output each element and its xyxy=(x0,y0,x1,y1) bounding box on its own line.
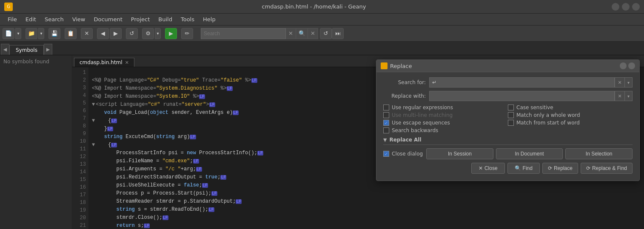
search-for-input[interactable] xyxy=(429,77,615,88)
search-next-button[interactable]: ⏭ xyxy=(332,28,344,39)
search-back-row[interactable]: Search backwards xyxy=(383,127,508,133)
menu-view[interactable]: View xyxy=(68,15,90,24)
close-file-button[interactable]: ✕ xyxy=(81,28,93,39)
sidebar-tab-next[interactable]: ▶ xyxy=(44,44,52,55)
close-button[interactable]: ✕ Close xyxy=(471,163,505,174)
use-regex-checkbox[interactable] xyxy=(383,105,389,110)
case-sensitive-row[interactable]: Case sensitive xyxy=(508,105,633,110)
menu-file[interactable]: File xyxy=(3,15,21,24)
menu-project[interactable]: Project xyxy=(127,15,154,24)
bottom-row: ✓ Close dialog In Session In Document In… xyxy=(383,144,633,159)
replace-all-triangle-icon: ▼ xyxy=(383,137,387,143)
sidebar-tab-prev[interactable]: ◀ xyxy=(1,44,9,55)
line-num-13: 13 xyxy=(72,161,88,168)
line-num-5: 5 xyxy=(72,99,88,107)
replace-with-clear-button[interactable]: ✕ xyxy=(615,91,625,101)
dialog-title-left: Replace xyxy=(381,62,412,69)
session-buttons: In Session In Document In Selection xyxy=(426,148,633,159)
search-go-button[interactable]: 🔍 xyxy=(296,28,308,39)
multi-line-checkbox[interactable] xyxy=(383,112,389,118)
open-dropdown[interactable]: ▾ xyxy=(38,28,44,39)
dialog-title-text: Replace xyxy=(390,63,412,69)
from-start-label: Match from start of word xyxy=(516,120,580,126)
search-clear-button[interactable]: ✕ xyxy=(286,28,296,39)
search-back-checkbox[interactable] xyxy=(383,127,389,133)
find-button[interactable]: 🔍 Find xyxy=(507,163,540,174)
search-for-row: Search for: ✕ ▾ xyxy=(383,77,633,88)
line-num-1: 1 xyxy=(72,69,88,76)
close-icon: ✕ xyxy=(479,165,483,171)
case-sensitive-checkbox[interactable] xyxy=(508,105,514,110)
search-for-dropdown[interactable]: ▾ xyxy=(625,77,633,88)
open-button[interactable]: 📁 xyxy=(26,28,37,39)
run-button[interactable]: ▶ xyxy=(165,28,177,39)
replace-with-input[interactable] xyxy=(429,91,615,101)
in-document-button[interactable]: In Document xyxy=(496,148,563,159)
line-num-6: 6 xyxy=(72,107,88,115)
options-col-right: Case sensitive Match only a whole word M… xyxy=(508,105,633,133)
replace-find-icon: ⟳ xyxy=(586,165,590,171)
replace-button[interactable]: ⟳ Replace xyxy=(542,163,578,174)
search-clear2-button[interactable]: ✕ xyxy=(308,28,318,39)
no-symbols-text: No symbols found xyxy=(3,59,49,65)
line-num-16: 16 xyxy=(72,184,88,191)
line-num-2: 2 xyxy=(72,76,88,84)
menu-edit[interactable]: Edit xyxy=(21,15,40,24)
action-buttons-row: ✕ Close 🔍 Find ⟳ Replace ⟳ Replace & Fin… xyxy=(383,159,633,175)
editor-tab-close[interactable]: ✕ xyxy=(125,60,129,65)
menu-search[interactable]: Search xyxy=(40,15,68,24)
search-prev-button[interactable]: ↺ xyxy=(320,28,332,39)
search-bar: ✕ 🔍 ✕ ↺ ⏭ xyxy=(201,28,344,39)
in-session-button[interactable]: In Session xyxy=(426,148,493,159)
menu-help[interactable]: Help xyxy=(199,15,220,24)
multi-line-row[interactable]: Use multi-line matching xyxy=(383,112,508,118)
close-dialog-checkbox[interactable]: ✓ xyxy=(383,151,389,157)
line-num-7: 7 xyxy=(72,115,88,122)
close-dialog-cb-row[interactable]: ✓ Close dialog xyxy=(383,151,423,157)
search-for-clear-button[interactable]: ✕ xyxy=(615,77,625,88)
maximize-button[interactable] xyxy=(622,3,630,11)
replace-find-button[interactable]: ⟳ Replace & Find xyxy=(581,163,633,174)
replace-with-dropdown[interactable]: ▾ xyxy=(625,91,633,101)
symbols-tab[interactable]: Symbols xyxy=(9,45,44,55)
back-button[interactable]: ◀ xyxy=(97,28,109,39)
line-num-14: 14 xyxy=(72,168,88,176)
panel-tabs: ◀ Symbols ▶ xyxy=(0,42,644,55)
save-button[interactable]: 💾 xyxy=(48,28,60,39)
whole-word-row[interactable]: Match only a whole word xyxy=(508,112,633,118)
from-start-checkbox[interactable] xyxy=(508,120,514,126)
search-input[interactable] xyxy=(201,28,286,39)
minimize-button[interactable] xyxy=(612,3,619,11)
line-num-8: 8 xyxy=(72,122,88,130)
reload-button[interactable]: ↺ xyxy=(126,28,138,39)
replace-all-row[interactable]: ▼ Replace All xyxy=(383,137,633,143)
settings-dropdown[interactable]: ▾ xyxy=(155,28,161,39)
new-dropdown[interactable]: ▾ xyxy=(15,28,21,39)
line-num-15: 15 xyxy=(72,176,88,184)
escape-seq-row[interactable]: ✓ Use escape sequences xyxy=(383,120,508,126)
settings-button[interactable]: ⚙ xyxy=(142,28,154,39)
replace-with-label: Replace with: xyxy=(383,93,426,99)
in-selection-button[interactable]: In Selection xyxy=(565,148,633,159)
menu-document[interactable]: Document xyxy=(89,15,126,24)
dialog-close-button[interactable] xyxy=(628,62,635,69)
from-start-row[interactable]: Match from start of word xyxy=(508,120,633,126)
close-button[interactable] xyxy=(632,3,640,11)
whole-word-checkbox[interactable] xyxy=(508,112,514,118)
forward-button[interactable]: ▶ xyxy=(110,28,122,39)
new-button[interactable]: 📄 xyxy=(3,28,14,39)
menu-tools[interactable]: Tools xyxy=(177,15,199,24)
menu-build[interactable]: Build xyxy=(154,15,177,24)
dialog-controls xyxy=(620,62,635,69)
case-sensitive-label: Case sensitive xyxy=(516,105,553,110)
line-numbers: 1 2 3 4 5 6 7 8 9 10 11 12 13 14 15 16 1… xyxy=(72,67,88,229)
line-num-18: 18 xyxy=(72,199,88,206)
escape-seq-checkbox[interactable]: ✓ xyxy=(383,120,389,126)
use-regex-row[interactable]: Use regular expressions xyxy=(383,105,508,110)
line-num-12: 12 xyxy=(72,153,88,161)
saveas-button[interactable]: 📋 xyxy=(65,28,77,39)
highlight-button[interactable]: ✏ xyxy=(181,28,193,39)
editor-tab-active[interactable]: cmdasp.bin.html ✕ xyxy=(74,58,134,67)
dialog-minimize-button[interactable] xyxy=(620,62,627,69)
line-num-3: 3 xyxy=(72,84,88,92)
